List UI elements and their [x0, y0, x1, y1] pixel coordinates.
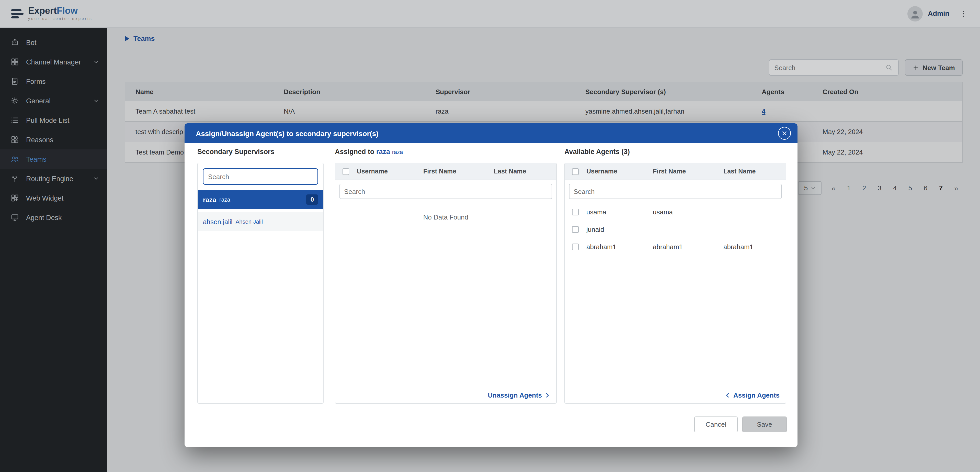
assigned-table-header: Username First Name Last Name: [336, 163, 556, 180]
supervisor-username: ahsen.jalil: [203, 218, 232, 225]
available-search: [569, 184, 782, 199]
supervisor-list-item-selected[interactable]: raza raza 0: [198, 190, 323, 209]
modal-header: Assign/Unassign Agent(s) to secondary su…: [185, 123, 797, 143]
available-table-header: Username First Name Last Name: [565, 163, 786, 180]
select-all-checkbox[interactable]: [342, 168, 349, 175]
secondary-supervisors-title: Secondary Supervisors: [197, 148, 275, 156]
supervisor-list-item[interactable]: ahsen.jalil Ahsen Jalil: [198, 212, 323, 231]
modal-title: Assign/Unassign Agent(s) to secondary su…: [196, 129, 778, 137]
available-agents-list: usama usama junaid abraham1 abraham1 abr…: [565, 203, 786, 255]
unassign-agents-button[interactable]: Unassign Agents: [488, 391, 550, 399]
assigned-count-badge: 0: [307, 195, 318, 205]
agent-row[interactable]: junaid: [565, 220, 786, 238]
assigned-agents-panel: Username First Name Last Name No Data Fo…: [335, 163, 557, 404]
modal-footer: Cancel Save: [694, 416, 787, 432]
column-header: Username: [586, 168, 653, 175]
agent-username: usama: [586, 208, 653, 216]
supervisor-search-input[interactable]: [208, 173, 313, 180]
close-icon[interactable]: [778, 127, 791, 140]
app-root: ExpertFlow your callcenter experts Admin…: [0, 0, 980, 472]
assign-agents-button[interactable]: Assign Agents: [725, 391, 780, 399]
save-button[interactable]: Save: [742, 416, 787, 432]
agent-checkbox[interactable]: [572, 209, 579, 215]
column-header: Last Name: [723, 168, 786, 175]
agent-row[interactable]: usama usama: [565, 203, 786, 220]
agent-first-name: abraham1: [653, 243, 723, 250]
assigned-search-input[interactable]: [344, 188, 547, 195]
agent-last-name: abraham1: [723, 243, 786, 250]
assigned-to-title: Assigned to raza raza: [335, 148, 403, 156]
agent-username: junaid: [586, 225, 653, 233]
agent-checkbox[interactable]: [572, 243, 579, 250]
cancel-button[interactable]: Cancel: [694, 416, 738, 432]
column-header: Username: [357, 168, 423, 175]
column-header: Last Name: [494, 168, 556, 175]
agent-first-name: usama: [653, 208, 723, 216]
select-all-checkbox[interactable]: [572, 168, 579, 175]
assigned-supervisor-fullname: raza: [392, 149, 403, 155]
supervisor-fullname: Ahsen Jalil: [235, 218, 263, 225]
available-agents-title: Available Agents (3): [565, 148, 630, 156]
agent-row[interactable]: abraham1 abraham1 abraham1: [565, 238, 786, 255]
assigned-search: [339, 184, 552, 199]
available-search-input[interactable]: [574, 188, 777, 195]
supervisor-fullname: raza: [219, 196, 230, 203]
column-header: First Name: [653, 168, 723, 175]
supervisor-username: raza: [203, 196, 216, 203]
agent-checkbox[interactable]: [572, 226, 579, 233]
secondary-supervisors-panel: raza raza 0 ahsen.jalil Ahsen Jalil: [197, 163, 324, 404]
assign-agents-modal: Assign/Unassign Agent(s) to secondary su…: [185, 123, 797, 447]
supervisor-search: [203, 168, 318, 185]
chevron-right-icon: [544, 392, 550, 398]
agent-username: abraham1: [586, 243, 653, 250]
no-data-label: No Data Found: [336, 214, 556, 221]
available-agents-panel: Username First Name Last Name usama usam…: [565, 163, 786, 404]
assigned-supervisor-username: raza: [376, 148, 390, 156]
column-header: First Name: [423, 168, 494, 175]
chevron-left-icon: [725, 392, 731, 398]
